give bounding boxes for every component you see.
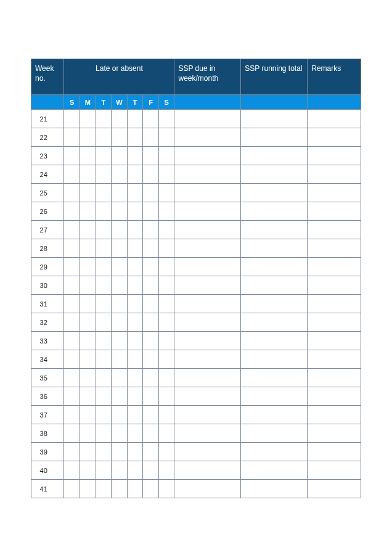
day-cell xyxy=(158,276,174,295)
day-cell xyxy=(112,332,128,350)
day-cell xyxy=(96,276,112,295)
ssp-running-cell xyxy=(241,165,308,184)
table-row: 41 xyxy=(31,480,361,498)
remarks-cell xyxy=(308,406,361,424)
day-cell xyxy=(143,128,159,147)
table-row: 22 xyxy=(31,128,361,147)
remarks-cell xyxy=(308,110,361,128)
ssp-due-cell xyxy=(174,443,241,461)
day-cell xyxy=(96,480,112,498)
ssp-due-cell xyxy=(174,128,241,147)
day-cell xyxy=(64,443,80,461)
day-cell xyxy=(64,258,80,276)
ssp-due-cell xyxy=(174,480,241,498)
header-row-2: S M T W T F S xyxy=(31,95,361,110)
day-cell xyxy=(80,276,96,295)
day-cell xyxy=(112,184,128,202)
ssp-running-cell xyxy=(241,406,308,424)
day-header-wed: W xyxy=(112,95,128,110)
day-cell xyxy=(158,221,174,239)
day-cell xyxy=(64,165,80,184)
table-body: 2122232425262728293031323334353637383940… xyxy=(31,110,361,498)
day-cell xyxy=(143,276,159,295)
day-cell xyxy=(64,480,80,498)
day-cell xyxy=(80,184,96,202)
day-cell xyxy=(143,147,159,165)
day-cell xyxy=(158,369,174,387)
day-cell xyxy=(112,350,128,369)
week-no-cell: 26 xyxy=(31,202,64,221)
table-row: 38 xyxy=(31,424,361,443)
day-cell xyxy=(158,110,174,128)
remarks-cell xyxy=(308,295,361,313)
table-row: 21 xyxy=(31,110,361,128)
ssp-running-cell xyxy=(241,369,308,387)
remarks-cell xyxy=(308,387,361,406)
ssp-running-cell xyxy=(241,332,308,350)
ssp-due-cell xyxy=(174,406,241,424)
ssp-due-cell xyxy=(174,461,241,480)
day-cell xyxy=(96,239,112,258)
ssp-due-cell xyxy=(174,184,241,202)
day-cell xyxy=(80,221,96,239)
day-cell xyxy=(96,387,112,406)
day-cell xyxy=(112,443,128,461)
attendance-sheet: Week no. Late or absent SSP due in week/… xyxy=(31,59,361,498)
ssp-due-cell xyxy=(174,350,241,369)
day-cell xyxy=(64,406,80,424)
table-row: 32 xyxy=(31,313,361,332)
day-cell xyxy=(64,424,80,443)
week-no-cell: 29 xyxy=(31,258,64,276)
ssp-running-cell xyxy=(241,110,308,128)
day-cell xyxy=(80,332,96,350)
day-cell xyxy=(127,480,143,498)
day-header-thu: T xyxy=(127,95,143,110)
remarks-cell xyxy=(308,424,361,443)
remarks-cell xyxy=(308,258,361,276)
week-no-cell: 37 xyxy=(31,406,64,424)
ssp-running-cell xyxy=(241,184,308,202)
day-header-sat: S xyxy=(158,95,174,110)
day-header-blank xyxy=(174,95,241,110)
day-cell xyxy=(112,480,128,498)
week-no-cell: 30 xyxy=(31,276,64,295)
day-cell xyxy=(64,461,80,480)
day-cell xyxy=(127,202,143,221)
day-cell xyxy=(158,147,174,165)
day-cell xyxy=(127,461,143,480)
day-cell xyxy=(80,258,96,276)
day-cell xyxy=(80,110,96,128)
day-header-blank xyxy=(308,95,361,110)
day-cell xyxy=(112,128,128,147)
ssp-running-cell xyxy=(241,350,308,369)
day-cell xyxy=(158,128,174,147)
day-cell xyxy=(80,387,96,406)
day-cell xyxy=(143,443,159,461)
day-cell xyxy=(80,424,96,443)
table-row: 27 xyxy=(31,221,361,239)
week-no-cell: 31 xyxy=(31,295,64,313)
day-cell xyxy=(143,387,159,406)
ssp-due-cell xyxy=(174,276,241,295)
day-cell xyxy=(127,313,143,332)
day-cell xyxy=(158,295,174,313)
remarks-cell xyxy=(308,202,361,221)
day-cell xyxy=(80,128,96,147)
remarks-cell xyxy=(308,128,361,147)
remarks-cell xyxy=(308,369,361,387)
day-cell xyxy=(80,295,96,313)
day-cell xyxy=(64,202,80,221)
day-cell xyxy=(158,184,174,202)
ssp-due-cell xyxy=(174,369,241,387)
day-cell xyxy=(96,128,112,147)
day-cell xyxy=(127,128,143,147)
day-cell xyxy=(80,443,96,461)
day-cell xyxy=(143,332,159,350)
ssp-running-cell xyxy=(241,239,308,258)
ssp-due-cell xyxy=(174,202,241,221)
table-row: 34 xyxy=(31,350,361,369)
day-header-blank xyxy=(31,95,64,110)
day-cell xyxy=(112,295,128,313)
day-cell xyxy=(158,239,174,258)
day-cell xyxy=(64,276,80,295)
